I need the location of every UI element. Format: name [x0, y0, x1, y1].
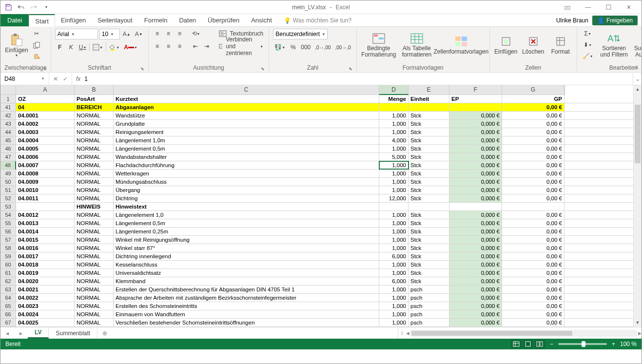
- font-size-combo[interactable]: 10▼: [99, 29, 120, 39]
- column-header[interactable]: D: [379, 85, 409, 95]
- cell[interactable]: 04.0003: [16, 128, 75, 136]
- cell[interactable]: 0,00 €: [502, 269, 564, 277]
- ribbon-options-icon[interactable]: [558, 1, 577, 14]
- cell[interactable]: NORMAL: [75, 186, 114, 194]
- sort-filter-button[interactable]: A⇅Sortieren und Filtern: [598, 29, 631, 61]
- qat-more-icon[interactable]: ▾: [41, 2, 51, 12]
- cell[interactable]: 04.0005: [16, 145, 75, 153]
- enter-formula-icon[interactable]: ✓: [63, 76, 68, 82]
- cell[interactable]: Wetterkragen: [114, 170, 379, 177]
- cut-icon[interactable]: ✂: [32, 29, 41, 38]
- format-cells-button[interactable]: Format: [548, 29, 573, 61]
- cell[interactable]: 0,000 €: [449, 136, 502, 144]
- row-header[interactable]: 1: [0, 95, 16, 103]
- cell[interactable]: Übergang: [114, 186, 379, 194]
- maximize-icon[interactable]: [599, 1, 618, 14]
- row-header[interactable]: 60: [0, 261, 16, 269]
- cell[interactable]: Stck: [409, 120, 449, 128]
- cell[interactable]: 0,000 €: [449, 302, 502, 310]
- italic-button[interactable]: K: [66, 42, 76, 52]
- formula-input[interactable]: 1: [84, 76, 88, 82]
- cell[interactable]: 1,000: [379, 219, 409, 227]
- cell[interactable]: psch: [409, 286, 449, 293]
- cell[interactable]: NORMAL: [75, 310, 114, 318]
- cell[interactable]: Klemmband: [114, 277, 379, 285]
- cell[interactable]: NORMAL: [75, 211, 114, 219]
- cell[interactable]: Stck: [409, 228, 449, 235]
- hscroll-right-icon[interactable]: ▶: [638, 331, 642, 336]
- cell[interactable]: Längenlement 0,25m: [114, 228, 379, 235]
- cell[interactable]: Erstellen des Schornsteineintritts: [114, 302, 379, 310]
- cell[interactable]: 1,000: [379, 178, 409, 186]
- font-name-combo[interactable]: Arial▼: [55, 29, 98, 39]
- cell[interactable]: 0,00 €: [502, 302, 564, 310]
- cell[interactable]: NORMAL: [75, 244, 114, 252]
- select-all-corner[interactable]: [0, 85, 16, 95]
- cell[interactable]: 0,000 €: [449, 120, 502, 128]
- minimize-icon[interactable]: —: [578, 1, 598, 14]
- cell[interactable]: [409, 203, 449, 211]
- cell[interactable]: BEREICH: [75, 103, 114, 111]
- cell[interactable]: Stck: [409, 153, 449, 161]
- cell[interactable]: 0,00 €: [502, 261, 564, 268]
- cell[interactable]: 0,00 €: [502, 228, 564, 235]
- cell[interactable]: NORMAL: [75, 236, 114, 244]
- cell[interactable]: 0,00 €: [502, 128, 564, 136]
- thousands-icon[interactable]: 000: [299, 42, 312, 52]
- scroll-thumb[interactable]: [635, 105, 641, 163]
- cell[interactable]: 0,000 €: [449, 153, 502, 161]
- cell[interactable]: Längenlement 0,5m: [114, 145, 379, 153]
- cell[interactable]: 0,00 €: [502, 294, 564, 302]
- cell[interactable]: Hinweistext: [114, 203, 379, 211]
- cell[interactable]: [502, 203, 564, 211]
- cell-styles-button[interactable]: Zellenformatvorlagen: [437, 29, 486, 61]
- cell[interactable]: 0,000 €: [449, 128, 502, 136]
- cell[interactable]: Stck: [409, 145, 449, 153]
- horizontal-scrollbar[interactable]: [410, 330, 637, 337]
- cell[interactable]: psch: [409, 302, 449, 310]
- currency-icon[interactable]: 💱▼: [273, 42, 287, 52]
- increase-decimal-icon[interactable]: ,0→,00: [313, 42, 332, 52]
- copy-icon[interactable]: [32, 40, 41, 50]
- cell[interactable]: 0,000 €: [449, 277, 502, 285]
- row-header[interactable]: 50: [0, 178, 16, 186]
- cell[interactable]: NORMAL: [75, 145, 114, 153]
- row-header[interactable]: 41: [0, 103, 16, 112]
- cell[interactable]: Menge: [379, 95, 409, 103]
- cell[interactable]: NORMAL: [75, 228, 114, 235]
- cell[interactable]: 04.0007: [16, 161, 75, 169]
- cell[interactable]: 0,000 €: [449, 236, 502, 244]
- cell[interactable]: 0,00 €: [502, 310, 564, 318]
- row-header[interactable]: 66: [0, 310, 16, 319]
- cell[interactable]: 1,000: [379, 228, 409, 235]
- cell[interactable]: 1,000: [379, 186, 409, 194]
- sheet-nav-prev-icon[interactable]: ◂: [0, 330, 14, 337]
- scroll-down-icon[interactable]: ▼: [634, 319, 642, 327]
- cell[interactable]: 04.0019: [16, 269, 75, 277]
- cells-area[interactable]: OZPosArtKurztextMengeEinheitEPGP04BEREIC…: [16, 95, 633, 327]
- cell[interactable]: 04: [16, 103, 75, 111]
- cell[interactable]: 6,000: [379, 252, 409, 260]
- row-header[interactable]: 57: [0, 236, 16, 244]
- cell[interactable]: 0,00 €: [502, 186, 564, 194]
- undo-icon[interactable]: [16, 2, 26, 12]
- cell[interactable]: Grundplatte: [114, 120, 379, 128]
- cell[interactable]: Absprache der Arbeiten mit zuständigem B…: [114, 294, 379, 302]
- sheet-tab[interactable]: Summenblatt: [49, 327, 97, 339]
- increase-font-icon[interactable]: A▲: [121, 29, 132, 39]
- cell[interactable]: [379, 203, 409, 211]
- cell[interactable]: 0,00 €: [502, 319, 564, 326]
- cell[interactable]: Stck: [409, 112, 449, 119]
- decrease-decimal-icon[interactable]: ,00→,0: [334, 42, 352, 52]
- cell[interactable]: 04.0002: [16, 120, 75, 128]
- collapse-ribbon-icon[interactable]: ᐱ: [635, 65, 639, 70]
- row-header[interactable]: 45: [0, 136, 16, 145]
- cell[interactable]: Einheit: [409, 95, 449, 103]
- cell[interactable]: 0,00 €: [502, 211, 564, 219]
- cell[interactable]: 0,000 €: [449, 244, 502, 252]
- cell[interactable]: NORMAL: [75, 112, 114, 119]
- sheet-tab[interactable]: LV: [28, 327, 49, 339]
- cell[interactable]: 1,000: [379, 310, 409, 318]
- align-bottom-icon[interactable]: ≡: [175, 29, 185, 38]
- cell[interactable]: 1,000: [379, 120, 409, 128]
